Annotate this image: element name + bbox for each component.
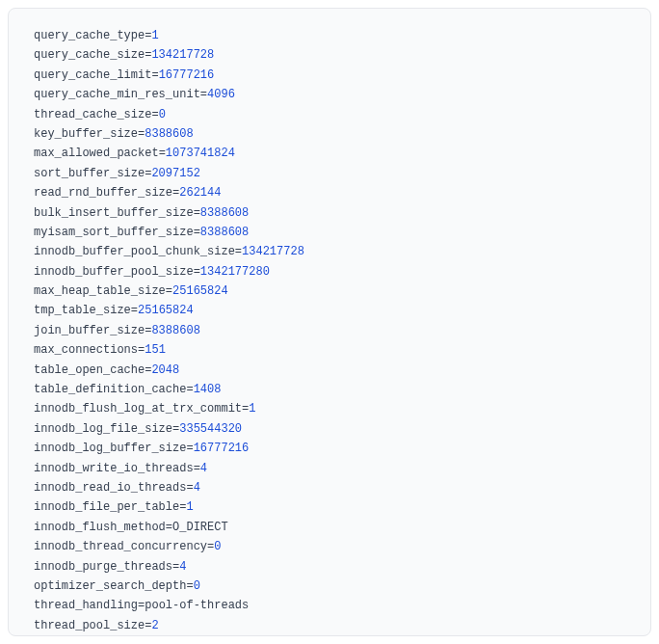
config-key: bulk_insert_buffer_size <box>34 206 194 220</box>
config-key: innodb_file_per_table <box>34 500 179 514</box>
config-key: join_buffer_size <box>34 324 145 337</box>
config-key: max_connections <box>34 343 138 357</box>
config-key: max_allowed_packet <box>34 147 159 160</box>
equals-sign: = <box>235 245 242 258</box>
config-value: 2048 <box>151 363 179 377</box>
config-value: 2097152 <box>151 167 199 180</box>
config-line: query_cache_type=1 <box>34 26 625 45</box>
config-value: 25165824 <box>138 304 194 317</box>
config-key: tmp_table_size <box>34 304 131 317</box>
config-key: table_definition_cache <box>34 383 186 396</box>
config-key: innodb_read_io_threads <box>34 481 186 495</box>
config-key: query_cache_size <box>34 48 145 62</box>
config-line: max_heap_table_size=25165824 <box>34 282 625 301</box>
config-line: innodb_file_per_table=1 <box>34 497 625 517</box>
config-line: thread_handling=pool-of-threads <box>34 596 625 615</box>
config-line: query_cache_size=134217728 <box>34 45 625 65</box>
equals-sign: = <box>186 442 193 455</box>
config-value: 1073741824 <box>166 147 235 160</box>
equals-sign: = <box>186 383 193 396</box>
config-value: 134217728 <box>242 245 304 258</box>
equals-sign: = <box>151 108 158 121</box>
equals-sign: = <box>131 304 138 317</box>
config-line: innodb_read_io_threads=4 <box>34 478 625 497</box>
config-value: 8388608 <box>145 127 193 141</box>
config-key: innodb_flush_method <box>34 521 166 534</box>
config-line: bulk_insert_buffer_size=8388608 <box>34 203 625 223</box>
equals-sign: = <box>200 88 207 101</box>
config-line: table_definition_cache=1408 <box>34 380 625 399</box>
config-key: innodb_buffer_pool_size <box>34 265 194 279</box>
config-key: thread_cache_size <box>34 108 151 121</box>
config-value: 1 <box>186 500 193 514</box>
config-line: innodb_log_buffer_size=16777216 <box>34 439 625 458</box>
config-value: 335544320 <box>179 422 242 436</box>
config-line: myisam_sort_buffer_size=8388608 <box>34 223 625 242</box>
config-line: innodb_flush_log_at_trx_commit=1 <box>34 399 625 418</box>
config-line: innodb_buffer_pool_size=1342177280 <box>34 262 625 282</box>
config-value: 0 <box>214 540 221 553</box>
config-key: query_cache_type <box>34 29 145 42</box>
config-value: 1342177280 <box>200 265 270 279</box>
config-line: thread_cache_size=0 <box>34 105 625 124</box>
config-key: key_buffer_size <box>34 127 138 141</box>
config-key: innodb_flush_log_at_trx_commit <box>34 402 242 416</box>
config-line: innodb_write_io_threads=4 <box>34 459 625 478</box>
config-key: innodb_buffer_pool_chunk_size <box>34 245 235 258</box>
config-value: 1 <box>151 29 158 42</box>
config-line: thread_pool_size=2 <box>34 616 625 635</box>
config-value: 0 <box>159 108 166 121</box>
config-line: tmp_table_size=25165824 <box>34 301 625 320</box>
config-line: key_buffer_size=8388608 <box>34 124 625 144</box>
config-line: join_buffer_size=8388608 <box>34 321 625 340</box>
equals-sign: = <box>194 265 200 279</box>
config-value: 134217728 <box>151 48 214 62</box>
config-line: read_rnd_buffer_size=262144 <box>34 183 625 202</box>
equals-sign: = <box>186 481 193 495</box>
config-line: query_cache_min_res_unit=4096 <box>34 85 625 104</box>
equals-sign: = <box>166 521 172 534</box>
equals-sign: = <box>151 68 158 82</box>
config-value: 1408 <box>194 383 222 396</box>
config-line: max_connections=151 <box>34 340 625 360</box>
config-key: query_cache_limit <box>34 68 151 82</box>
config-key: innodb_thread_concurrency <box>34 540 207 553</box>
config-key: thread_pool_size <box>34 619 145 632</box>
config-key: innodb_write_io_threads <box>34 462 194 475</box>
equals-sign: = <box>186 579 193 593</box>
config-key: innodb_purge_threads <box>34 560 172 574</box>
config-key: max_heap_table_size <box>34 284 166 298</box>
config-line: sort_buffer_size=2097152 <box>34 164 625 183</box>
config-key: query_cache_min_res_unit <box>34 88 200 101</box>
config-value: 0 <box>194 579 200 593</box>
equals-sign: = <box>166 284 172 298</box>
config-line: optimizer_search_depth=0 <box>34 577 625 596</box>
equals-sign: = <box>194 462 200 475</box>
config-value: pool-of-threads <box>145 599 249 612</box>
config-value: 4 <box>179 560 186 574</box>
config-value: 8388608 <box>151 324 199 337</box>
config-line: max_allowed_packet=1073741824 <box>34 144 625 163</box>
config-value: 8388608 <box>200 226 249 239</box>
config-value: 25165824 <box>172 284 228 298</box>
config-value: 16777216 <box>159 68 215 82</box>
config-value: 4 <box>194 481 200 495</box>
equals-sign: = <box>194 226 200 239</box>
config-value: 4 <box>200 462 207 475</box>
config-key: table_open_cache <box>34 363 145 377</box>
config-value: 8388608 <box>200 206 249 220</box>
config-line: table_open_cache=2048 <box>34 361 625 380</box>
equals-sign: = <box>194 206 200 220</box>
equals-sign: = <box>159 147 166 160</box>
config-key: sort_buffer_size <box>34 167 145 180</box>
config-key: innodb_log_file_size <box>34 422 172 436</box>
config-value: 151 <box>145 343 166 357</box>
config-key: optimizer_search_depth <box>34 579 186 593</box>
config-value: O_DIRECT <box>172 521 228 534</box>
config-line: innodb_purge_threads=4 <box>34 557 625 577</box>
config-key: myisam_sort_buffer_size <box>34 226 194 239</box>
config-code-block: query_cache_type=1query_cache_size=13421… <box>8 8 651 636</box>
config-value: 4096 <box>207 88 235 101</box>
config-value: 2 <box>151 619 158 632</box>
config-key: thread_handling <box>34 599 138 612</box>
